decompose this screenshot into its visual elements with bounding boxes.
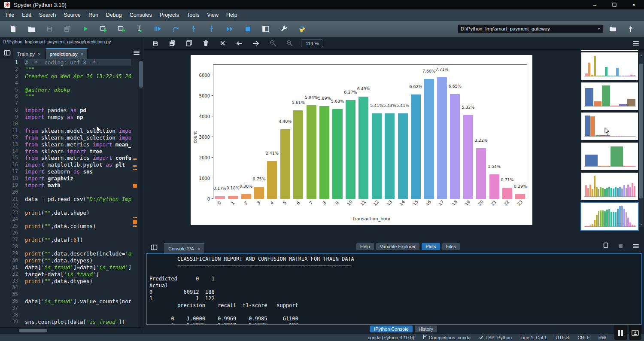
editor-options-icon[interactable] xyxy=(134,51,140,55)
close-all-plots-button[interactable] xyxy=(217,38,228,49)
bar-hour-1[interactable] xyxy=(228,196,238,199)
console-options-icon[interactable] xyxy=(633,244,639,248)
editor-tab-prediction-py[interactable]: prediction.py× xyxy=(46,48,88,59)
bar-hour-17[interactable] xyxy=(437,77,447,199)
bar-hour-19[interactable] xyxy=(463,115,473,199)
save-all-plots-button[interactable] xyxy=(167,38,177,49)
menu-item-view[interactable]: View xyxy=(203,11,222,19)
bar-hour-13[interactable] xyxy=(385,113,395,199)
bar-hour-18[interactable] xyxy=(450,94,460,199)
save-button[interactable] xyxy=(40,22,58,35)
scroll-down-icon[interactable]: ▼ xyxy=(639,222,644,227)
step-out-button[interactable] xyxy=(203,22,221,35)
pane-tab-history[interactable]: History xyxy=(415,326,437,332)
bar-hour-9[interactable] xyxy=(332,109,342,199)
menu-item-tools[interactable]: Tools xyxy=(183,11,203,19)
bar-hour-14[interactable] xyxy=(398,113,408,199)
bar-hour-3[interactable] xyxy=(254,187,264,199)
thumbnail-scrollbar[interactable]: ▲ ▼ xyxy=(639,52,644,227)
console-output[interactable]: CLASSIFICATION REPORT AND CONFUSION MATR… xyxy=(146,253,642,325)
editor-vertical-scrollbar[interactable] xyxy=(138,59,144,327)
save-all-button[interactable] xyxy=(58,22,76,35)
pause-button[interactable] xyxy=(614,325,627,340)
maximize-button[interactable] xyxy=(605,0,624,9)
plot-thumbnail-4[interactable] xyxy=(581,143,638,170)
plot-figure[interactable]: count 0.17%00.18%10.30%20.75%32.41%44.40… xyxy=(191,55,532,225)
plot-thumbnail-1[interactable] xyxy=(581,52,638,80)
bar-hour-2[interactable] xyxy=(241,194,251,199)
pane-tab-ipython-console[interactable]: IPython Console xyxy=(370,326,413,332)
browse-directory-button[interactable] xyxy=(604,22,622,35)
new-file-button[interactable] xyxy=(4,22,22,35)
browse-tabs-icon[interactable] xyxy=(2,47,13,58)
next-plot-button[interactable] xyxy=(251,38,261,49)
menu-item-projects[interactable]: Projects xyxy=(156,11,183,19)
bar-hour-6[interactable] xyxy=(293,110,303,199)
close-icon[interactable]: × xyxy=(197,246,200,251)
bar-hour-7[interactable] xyxy=(307,105,316,199)
menu-item-search[interactable]: Search xyxy=(35,11,60,19)
plot-thumbnail-6-selected[interactable] xyxy=(581,203,638,230)
bar-hour-21[interactable] xyxy=(489,174,499,199)
menu-item-debug[interactable]: Debug xyxy=(102,11,126,19)
interrupt-kernel-icon[interactable] xyxy=(619,242,623,250)
copy-plot-button[interactable] xyxy=(184,38,194,49)
menu-item-run[interactable]: Run xyxy=(85,11,102,19)
parent-directory-button[interactable] xyxy=(622,22,640,35)
menu-item-edit[interactable]: Edit xyxy=(18,11,35,19)
bar-hour-16[interactable] xyxy=(424,79,434,199)
zoom-out-button[interactable] xyxy=(284,38,295,49)
browse-consoles-icon[interactable] xyxy=(149,242,160,253)
console-tab[interactable]: Console 2/A × xyxy=(164,243,204,253)
bar-hour-15[interactable] xyxy=(411,94,421,199)
bar-hour-5[interactable] xyxy=(280,129,290,199)
scroll-up-icon[interactable]: ▲ xyxy=(639,52,644,58)
stop-debug-button[interactable] xyxy=(239,22,257,35)
scrollbar-thumb[interactable] xyxy=(639,64,643,198)
bar-hour-10[interactable] xyxy=(346,100,355,199)
menu-item-help[interactable]: Help xyxy=(222,11,241,19)
continue-button[interactable] xyxy=(221,22,239,35)
maximize-pane-button[interactable] xyxy=(257,22,275,35)
close-icon[interactable]: × xyxy=(81,52,83,57)
menu-item-source[interactable]: Source xyxy=(60,11,85,19)
run-file-button[interactable] xyxy=(76,22,94,35)
close-button[interactable]: × xyxy=(624,0,644,9)
line-number: 38 xyxy=(0,312,24,319)
remove-plot-button[interactable] xyxy=(200,38,211,49)
menu-item-file[interactable]: File xyxy=(2,11,18,19)
preferences-button[interactable] xyxy=(275,22,293,35)
editor-tab-train-py[interactable]: Train.py× xyxy=(13,48,45,59)
plot-thumbnail-3[interactable] xyxy=(581,113,638,140)
save-plot-button[interactable] xyxy=(150,38,161,49)
bar-hour-11[interactable] xyxy=(358,97,368,199)
plots-options-icon[interactable] xyxy=(633,41,639,46)
bar-hour-23[interactable] xyxy=(515,194,525,199)
step-over-button[interactable] xyxy=(167,22,185,35)
plot-thumbnail-5[interactable] xyxy=(581,173,638,200)
run-cell-advance-button[interactable] xyxy=(112,22,131,35)
zoom-in-button[interactable] xyxy=(267,38,278,49)
open-file-button[interactable] xyxy=(22,22,40,35)
bar-hour-12[interactable] xyxy=(372,113,382,199)
previous-plot-button[interactable] xyxy=(234,38,244,49)
editor-horizontal-scrollbar[interactable] xyxy=(0,327,144,333)
close-icon[interactable]: × xyxy=(38,52,40,57)
minimize-button[interactable]: – xyxy=(585,0,605,9)
bar-hour-0[interactable] xyxy=(215,196,225,199)
run-selection-button[interactable] xyxy=(131,22,149,35)
bar-hour-20[interactable] xyxy=(476,148,486,199)
clear-console-icon[interactable] xyxy=(603,242,608,250)
working-directory-combobox[interactable]: D:\Python_Imp\smart_payment_gateway ▼ xyxy=(458,24,604,33)
step-into-button[interactable] xyxy=(185,22,203,35)
run-cell-button[interactable] xyxy=(94,22,112,35)
bar-hour-22[interactable] xyxy=(502,188,512,199)
debug-file-button[interactable] xyxy=(149,22,167,35)
webcam-button[interactable] xyxy=(629,325,641,340)
python-path-button[interactable] xyxy=(293,22,311,35)
bar-hour-8[interactable] xyxy=(319,106,329,199)
code-editor[interactable]: 1# -*- coding: utf-8 -*-2"""3Created on … xyxy=(0,59,144,327)
menu-item-consoles[interactable]: Consoles xyxy=(126,11,156,19)
plot-thumbnail-2[interactable] xyxy=(581,82,638,110)
bar-hour-4[interactable] xyxy=(267,161,277,199)
